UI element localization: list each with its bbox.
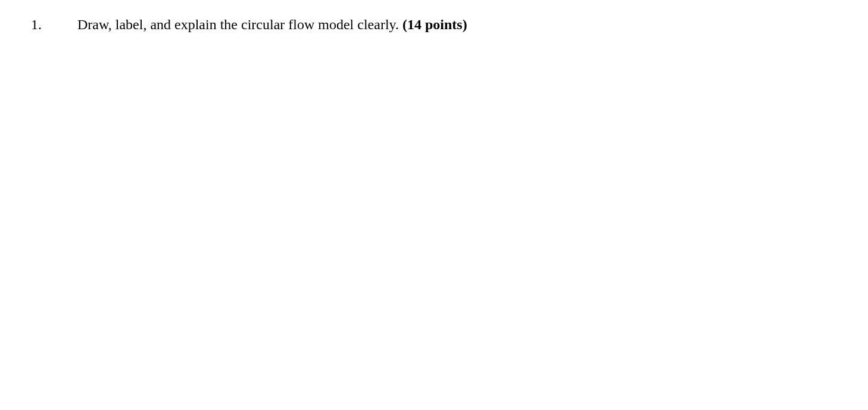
question-text: Draw, label, and explain the circular fl… — [77, 17, 402, 32]
question-row: 1. Draw, label, and explain the circular… — [31, 17, 868, 33]
question-number: 1. — [31, 17, 77, 33]
question-points: (14 points) — [402, 17, 467, 32]
question-body: Draw, label, and explain the circular fl… — [77, 17, 868, 33]
